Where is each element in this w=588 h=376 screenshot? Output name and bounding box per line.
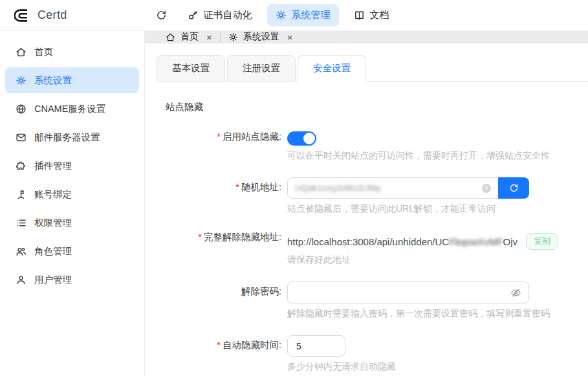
- gear-icon: [276, 10, 287, 21]
- close-icon[interactable]: ×: [206, 32, 212, 42]
- home-icon: [166, 32, 175, 42]
- page-tab-label: 系统设置: [243, 31, 279, 43]
- app-logo[interactable]: Certd: [14, 8, 67, 23]
- field-helper: 多少分钟内无请求自动隐藏: [287, 361, 396, 373]
- clear-icon[interactable]: ×: [482, 184, 491, 193]
- header-nav: 证书自动化 系统管理 文档: [150, 4, 398, 27]
- sidebar-item-label: 角色管理: [34, 245, 72, 258]
- unhide-password-input[interactable]: [295, 287, 510, 298]
- home-icon: [16, 47, 27, 58]
- form-row-random-address: *随机地址: UQdk1zzqJvWv2LfMy × 站点被隐: [157, 177, 588, 215]
- nav-label: 文档: [370, 9, 389, 21]
- globe-icon: [16, 104, 27, 115]
- tab-basic-settings[interactable]: 基本设置: [157, 55, 225, 82]
- sidebar-item-label: 账号绑定: [34, 188, 72, 201]
- nav-item-cert-automation[interactable]: 证书自动化: [179, 4, 261, 27]
- settings-tabs: 基本设置 注册设置 安全设置: [157, 55, 588, 82]
- required-mark: *: [198, 232, 202, 242]
- field-helper: 站点被隐藏后，需要访问此URL解锁，才能正常访问: [287, 203, 529, 215]
- tab-security-settings[interactable]: 安全设置: [298, 55, 366, 82]
- security-settings-form: 站点隐藏 *启用站点隐藏: 可以在平时关闭站点的可访问性，需要时再打开，增强站点…: [157, 82, 588, 373]
- field-helper: 解除隐藏时需要输入密码，第一次需要设置密码，填写则重置密码: [287, 308, 550, 320]
- form-row-full-unhide-url: *完整解除隐藏地址: http://localhost:3008/api/unh…: [157, 230, 588, 266]
- form-row-enable-site-hide: *启用站点隐藏: 可以在平时关闭站点的可访问性，需要时再打开，增强站点安全性: [157, 130, 588, 162]
- settings-panel: 基本设置 注册设置 安全设置 站点隐藏 *启用站点隐藏: 可以在平时关闭站点的可…: [145, 43, 588, 376]
- required-mark: *: [217, 340, 221, 350]
- sidebar-item-user-management[interactable]: 用户管理: [5, 267, 139, 293]
- sidebar-item-label: 系统设置: [34, 74, 72, 87]
- sidebar-item-label: 邮件服务器设置: [34, 131, 100, 144]
- toggle-knob: [303, 133, 315, 144]
- sidebar-item-label: 首页: [34, 46, 53, 58]
- opened-pages-tabbar: 首页 × 系统设置 ×: [145, 31, 588, 43]
- nav-label: 证书自动化: [204, 9, 252, 21]
- site-hide-toggle[interactable]: [287, 131, 316, 146]
- field-label: *自动隐藏时间:: [157, 335, 287, 351]
- nav-item-docs[interactable]: 文档: [345, 4, 398, 27]
- required-mark: *: [217, 131, 221, 142]
- plugin-icon: [16, 160, 27, 171]
- auto-hide-time-input[interactable]: [295, 340, 338, 352]
- masked-url-part: FbqswXvMF: [449, 236, 503, 247]
- sidebar-item-permission-management[interactable]: 权限管理: [5, 210, 139, 236]
- form-row-unhide-password: 解除密码: 解除隐藏时需要输入密码，第一次需要设置密码，填写则重置密码: [157, 282, 588, 320]
- nav-item-system-management[interactable]: 系统管理: [267, 4, 339, 27]
- page-tab-home[interactable]: 首页 ×: [158, 31, 220, 43]
- app-header: Certd 证书自动化 系统管理 文档: [0, 0, 588, 31]
- sidebar-item-home[interactable]: 首页: [5, 39, 139, 65]
- form-group-title: 站点隐藏: [166, 101, 588, 113]
- tab-register-settings[interactable]: 注册设置: [227, 55, 296, 82]
- refresh-button[interactable]: [150, 5, 173, 26]
- flag-icon: [16, 189, 27, 200]
- main-area: 首页 × 系统设置 × 基本设置 注册设置 安全设置 站点隐藏: [145, 31, 588, 376]
- sidebar-item-label: 插件管理: [34, 160, 72, 172]
- page-tab-label: 首页: [180, 31, 199, 43]
- sidebar-item-mail-server-settings[interactable]: 邮件服务器设置: [5, 124, 139, 150]
- nav-label: 系统管理: [292, 9, 331, 21]
- book-icon: [354, 10, 365, 21]
- eye-invisible-icon[interactable]: [510, 287, 521, 298]
- form-row-auto-hide-time: *自动隐藏时间: 多少分钟内无请求自动隐藏: [157, 335, 588, 373]
- sidebar-item-label: CNAME服务设置: [34, 103, 105, 115]
- page-tab-system-settings[interactable]: 系统设置 ×: [221, 31, 301, 43]
- masked-input-value: UQdk1zzqJvWv2LfMy: [295, 183, 381, 193]
- refresh-icon: [509, 183, 519, 193]
- field-label: *随机地址:: [157, 177, 287, 194]
- list-icon: [16, 217, 27, 228]
- mail-icon: [16, 132, 27, 143]
- field-helper: 请保存好此地址: [287, 254, 558, 266]
- app-title: Certd: [38, 8, 67, 22]
- random-address-input[interactable]: UQdk1zzqJvWv2LfMy ×: [287, 177, 498, 199]
- field-helper: 可以在平时关闭站点的可访问性，需要时再打开，增强站点安全性: [287, 150, 550, 162]
- sidebar-item-cname-settings[interactable]: CNAME服务设置: [5, 96, 139, 122]
- close-icon[interactable]: ×: [287, 32, 293, 42]
- sidebar-item-system-settings[interactable]: 系统设置: [5, 67, 139, 93]
- field-label: *完整解除隐藏地址:: [157, 230, 287, 243]
- sidebar: 首页 系统设置 CNAME服务设置 邮件服务器设置 插件管理 账号绑定 权限管理: [0, 31, 145, 376]
- user-icon: [16, 274, 27, 285]
- sidebar-item-plugin-management[interactable]: 插件管理: [5, 153, 139, 179]
- users-icon: [16, 246, 27, 257]
- sidebar-item-role-management[interactable]: 角色管理: [5, 238, 139, 264]
- certd-logo-icon: [14, 8, 30, 23]
- full-unhide-url-value: http://localhost:3008/api/unhidden/UCFbq…: [287, 236, 517, 247]
- regenerate-address-button[interactable]: [498, 177, 529, 199]
- sidebar-item-label: 权限管理: [34, 217, 72, 229]
- sidebar-item-label: 用户管理: [34, 274, 72, 286]
- copy-button[interactable]: 复制: [526, 233, 558, 250]
- gear-icon: [228, 32, 238, 42]
- refresh-icon: [156, 10, 167, 21]
- field-label: *启用站点隐藏:: [157, 130, 287, 143]
- key-icon: [188, 10, 199, 21]
- gear-icon: [16, 75, 27, 86]
- required-mark: *: [235, 182, 239, 192]
- field-label: 解除密码:: [157, 282, 287, 298]
- sidebar-item-account-binding[interactable]: 账号绑定: [5, 181, 139, 207]
